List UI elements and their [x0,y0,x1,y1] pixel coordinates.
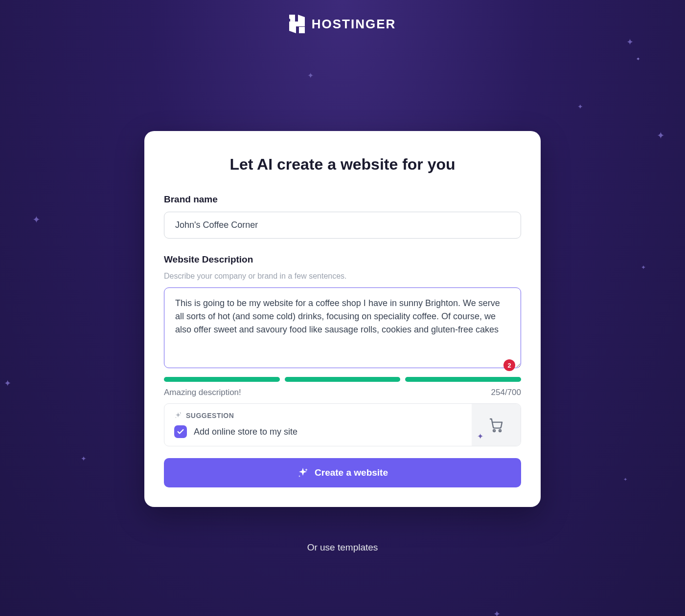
svg-point-1 [176,417,176,418]
suggestion-box: SUGGESTION Add online store to my site [164,403,521,446]
star-decoration: ✦ [493,609,501,616]
quality-text: Amazing description! [164,388,241,397]
progress-bar-2 [285,377,401,382]
description-textarea-wrapper: This is going to be my website for a cof… [164,287,521,370]
star-decoration: ✦ [623,477,627,482]
star-decoration: ✦ [81,455,87,462]
star-decoration: ✦ [657,130,665,141]
hostinger-logo-icon [289,15,305,33]
brand-name: HOSTINGER [312,17,396,32]
star-decoration: ✦ [636,56,640,62]
svg-point-0 [180,413,181,414]
suggestion-header-text: SUGGESTION [186,412,234,419]
sparkle-icon [297,467,309,479]
star-decoration: ✦ [577,103,583,110]
brand-name-label: Brand name [164,194,521,205]
suggestion-header: SUGGESTION [174,412,462,419]
description-meta: Amazing description! 254/700 [164,388,521,397]
char-count: 254/700 [491,388,521,397]
star-decoration: ✦ [32,214,41,225]
star-decoration: ✦ [641,264,646,271]
star-decoration: ✦ [307,71,314,80]
header: HOSTINGER [0,0,685,48]
sparkle-icon [174,412,182,419]
progress-bar-1 [164,377,280,382]
ai-website-card: Let AI create a website for you Brand na… [144,131,541,507]
description-progress [164,377,521,382]
templates-link[interactable]: Or use templates [0,542,685,553]
description-label: Website Description [164,254,521,265]
suggestion-text: Add online store to my site [194,427,297,437]
error-count-badge[interactable]: 2 [503,359,515,371]
description-helper: Describe your company or brand in a few … [164,272,521,281]
cart-icon [472,404,521,446]
svg-point-3 [499,430,501,432]
star-decoration: ✦ [4,378,11,389]
suggestion-checkbox[interactable] [174,425,187,438]
card-title: Let AI create a website for you [164,155,521,174]
create-button-label: Create a website [315,467,388,478]
create-website-button[interactable]: Create a website [164,458,521,487]
progress-bar-3 [405,377,521,382]
description-textarea[interactable]: This is going to be my website for a cof… [164,287,521,368]
suggestion-option[interactable]: Add online store to my site [174,425,462,438]
suggestion-content: SUGGESTION Add online store to my site [164,404,472,446]
svg-point-2 [493,430,495,432]
brand-name-input[interactable] [164,212,521,239]
